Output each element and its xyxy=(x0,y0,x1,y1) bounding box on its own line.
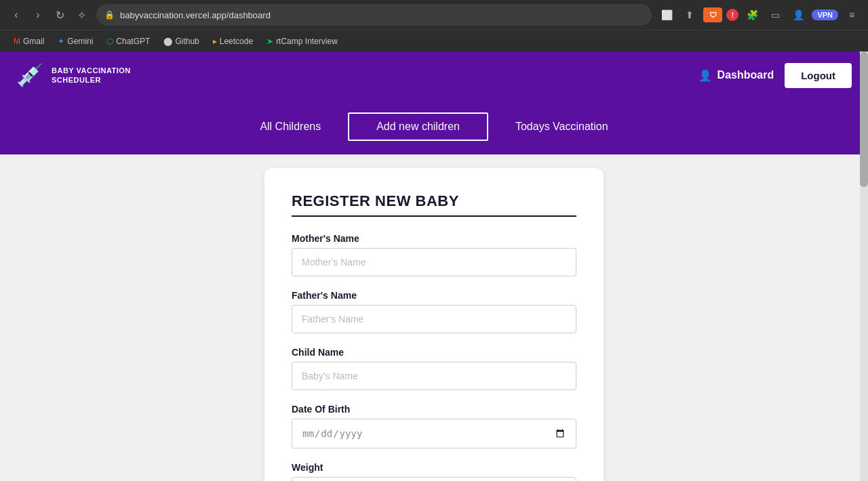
browser-chrome: ‹ › ↻ ✧ 🔒 babyvaccination.vercel.app/das… xyxy=(0,0,868,51)
tab-todays-vaccination[interactable]: Todays Vaccination xyxy=(488,114,635,140)
cast-button[interactable]: ⬜ xyxy=(657,5,676,24)
tab-all-childrens-label: All Childrens xyxy=(260,121,321,132)
bookmark-gemini[interactable]: ✦ Gemini xyxy=(52,35,98,47)
share-button[interactable]: ⬆ xyxy=(680,5,699,24)
bookmarks-bar: M Gmail ✦ Gemini ⬡ ChatGPT ⬤ Github ▸ Le… xyxy=(0,30,868,51)
bookmark-github[interactable]: ⬤ Github xyxy=(158,35,204,47)
dob-input[interactable] xyxy=(292,419,576,448)
logo-area: 💉 BABY VACCINATION SCHEDULER xyxy=(16,62,131,88)
form-title: REGISTER NEW BABY xyxy=(292,192,576,217)
gemini-icon: ✦ xyxy=(58,37,64,46)
menu-button[interactable]: ≡ xyxy=(842,5,861,24)
nav-tabs: All Childrens Add new children Todays Va… xyxy=(0,99,868,154)
dashboard-link[interactable]: 👤 Dashboard xyxy=(698,69,774,82)
bookmark-chatgpt[interactable]: ⬡ ChatGPT xyxy=(101,35,155,47)
bookmark-gemini-label: Gemini xyxy=(67,37,93,46)
user-icon: 👤 xyxy=(698,69,712,82)
scrollbar-thumb[interactable] xyxy=(860,51,868,187)
bookmark-leetcode[interactable]: ▸ Leetcode xyxy=(208,35,258,47)
form-group-weight: Weight xyxy=(292,462,576,481)
fathers-name-input[interactable] xyxy=(292,305,576,333)
mothers-name-label: Mother's Name xyxy=(292,233,576,244)
gmail-icon: M xyxy=(14,37,20,46)
bookmark-leetcode-label: Leetcode xyxy=(220,37,253,46)
logo-line1: BABY VACCINATION xyxy=(52,66,131,75)
fathers-name-label: Father's Name xyxy=(292,290,576,301)
dob-label: Date Of Birth xyxy=(292,404,576,415)
form-card: REGISTER NEW BABY Mother's Name Father's… xyxy=(264,168,604,481)
form-group-child-name: Child Name xyxy=(292,347,576,390)
browser-toolbar: ‹ › ↻ ✧ 🔒 babyvaccination.vercel.app/das… xyxy=(0,0,868,30)
bookmark-gmail-label: Gmail xyxy=(23,37,44,46)
form-group-dob: Date Of Birth xyxy=(292,404,576,448)
back-button[interactable]: ‹ xyxy=(7,5,26,24)
weight-input[interactable] xyxy=(292,477,576,481)
url-text: babyvaccination.vercel.app/dashboard xyxy=(120,10,644,20)
rtcamp-icon: ➤ xyxy=(267,37,273,46)
tab-add-new-children-label: Add new children xyxy=(376,121,460,132)
reload-button[interactable]: ↻ xyxy=(50,5,69,24)
alert-icon[interactable]: ! xyxy=(726,9,738,21)
tab-all-childrens[interactable]: All Childrens xyxy=(233,114,348,140)
app-header: 💉 BABY VACCINATION SCHEDULER 👤 Dashboard… xyxy=(0,51,868,99)
lock-icon: 🔒 xyxy=(104,10,115,20)
brave-shield-icon[interactable]: 🛡 xyxy=(703,7,722,22)
bookmark-rtcamp-label: rtCamp Interview xyxy=(276,37,338,46)
main-content: REGISTER NEW BABY Mother's Name Father's… xyxy=(0,154,868,481)
bookmark-chatgpt-label: ChatGPT xyxy=(116,37,150,46)
chatgpt-icon: ⬡ xyxy=(106,37,113,46)
address-bar[interactable]: 🔒 babyvaccination.vercel.app/dashboard xyxy=(96,4,652,26)
github-icon: ⬤ xyxy=(163,37,172,46)
sidebar-button[interactable]: ▭ xyxy=(766,5,785,24)
dashboard-label: Dashboard xyxy=(717,69,774,81)
forward-button[interactable]: › xyxy=(28,5,47,24)
bookmark-rtcamp[interactable]: ➤ rtCamp Interview xyxy=(261,35,343,47)
browser-actions: ⬜ ⬆ 🛡 ! 🧩 ▭ 👤 VPN ≡ xyxy=(657,5,861,24)
leetcode-icon: ▸ xyxy=(213,37,217,46)
form-group-mothers-name: Mother's Name xyxy=(292,233,576,276)
scrollbar[interactable] xyxy=(860,51,868,481)
profile-button[interactable]: 👤 xyxy=(789,5,808,24)
child-name-label: Child Name xyxy=(292,347,576,358)
vpn-badge[interactable]: VPN xyxy=(812,9,838,20)
form-group-fathers-name: Father's Name xyxy=(292,290,576,333)
tab-todays-vaccination-label: Todays Vaccination xyxy=(515,121,608,132)
nav-buttons: ‹ › ↻ ✧ xyxy=(7,5,91,24)
logo-line2: SCHEDULER xyxy=(52,76,101,84)
logout-button[interactable]: Logout xyxy=(785,63,852,88)
bookmark-github-label: Github xyxy=(175,37,199,46)
mothers-name-input[interactable] xyxy=(292,248,576,276)
extensions-button[interactable]: 🧩 xyxy=(743,5,762,24)
logo-text: BABY VACCINATION SCHEDULER xyxy=(52,66,131,85)
home-button[interactable]: ✧ xyxy=(72,5,91,24)
weight-label: Weight xyxy=(292,462,576,473)
header-right: 👤 Dashboard Logout xyxy=(698,63,852,88)
logo-icon: 💉 xyxy=(16,62,43,88)
bookmark-gmail[interactable]: M Gmail xyxy=(8,35,50,47)
child-name-input[interactable] xyxy=(292,362,576,390)
tab-add-new-children[interactable]: Add new children xyxy=(348,112,488,141)
